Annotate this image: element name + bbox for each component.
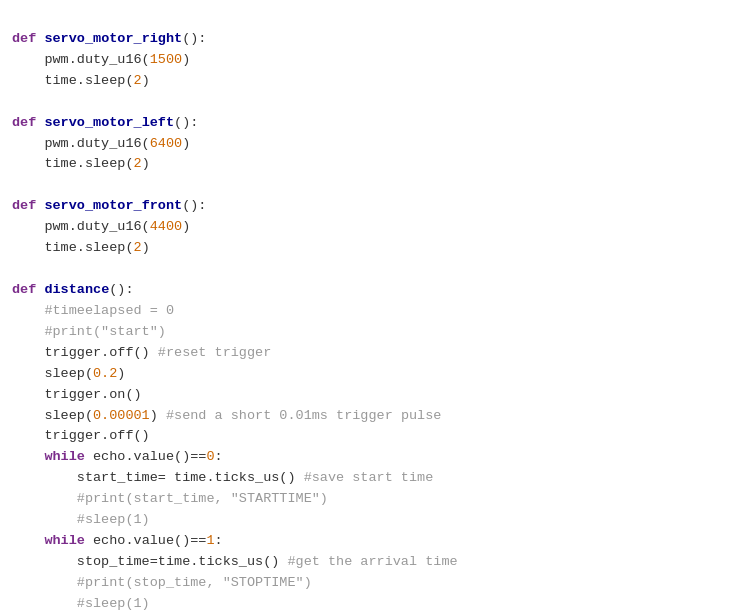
line-27: #print(stop_time, "STOPTIME") [12,575,312,590]
line-14: #timeelapsed = 0 [12,303,174,318]
line-6: pwm.duty_u16(6400) [12,136,190,151]
line-19: sleep(0.00001) #send a short 0.01ms trig… [12,408,441,423]
line-20: trigger.off() [12,428,150,443]
line-26: stop_time=time.ticks_us() #get the arriv… [12,554,458,569]
line-28: #sleep(1) [12,596,150,610]
line-15: #print("start") [12,324,166,339]
line-7: time.sleep(2) [12,156,150,171]
line-24: #sleep(1) [12,512,150,527]
line-22: start_time= time.ticks_us() #save start … [12,470,433,485]
line-25: while echo.value()==1: [12,533,223,548]
line-10: pwm.duty_u16(4400) [12,219,190,234]
line-11: time.sleep(2) [12,240,150,255]
line-1: def servo_motor_right(): [12,31,206,46]
line-18: trigger.on() [12,387,142,402]
line-17: sleep(0.2) [12,366,125,381]
line-9: def servo_motor_front(): [12,198,206,213]
line-5: def servo_motor_left(): [12,115,198,130]
line-13: def distance(): [12,282,134,297]
line-3: time.sleep(2) [12,73,150,88]
line-23: #print(start_time, "STARTTIME") [12,491,328,506]
line-16: trigger.off() #reset trigger [12,345,271,360]
code-editor: def servo_motor_right(): pwm.duty_u16(15… [0,0,734,610]
line-21: while echo.value()==0: [12,449,223,464]
line-2: pwm.duty_u16(1500) [12,52,190,67]
